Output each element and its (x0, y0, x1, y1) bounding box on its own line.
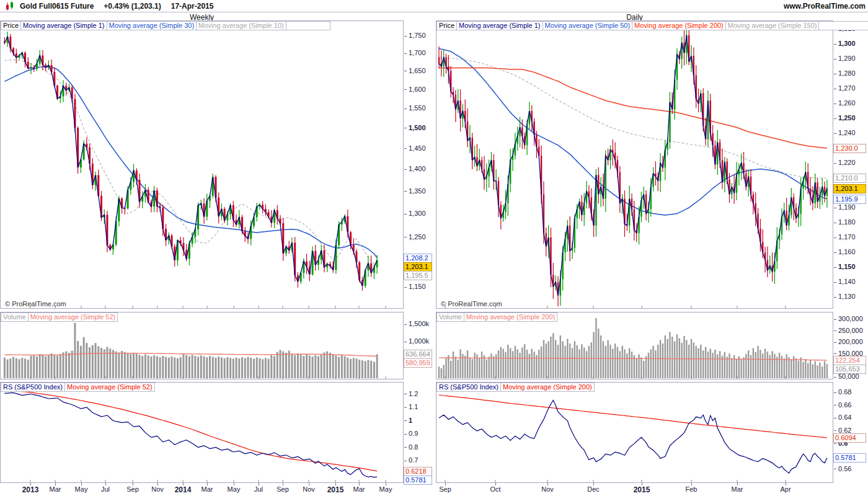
axis-tick-mark (404, 434, 407, 435)
axis-label: 1,170 (838, 233, 856, 241)
axis-tick-mark (834, 267, 836, 268)
legend-bar-rs: RS (S&P500 Index)Moving average (Simple … (436, 383, 594, 392)
axis-tick-mark (404, 324, 407, 325)
weekly-rs-chart[interactable] (0, 382, 404, 483)
instrument-change: +0.43% (1,203.1) (104, 2, 161, 11)
legend-item[interactable]: Price (1, 21, 21, 30)
axis-tick-mark (404, 169, 407, 170)
axis-label: 1,150 (409, 283, 426, 291)
axis-label: 1,140 (838, 278, 856, 286)
axis-label: 300,000 (838, 315, 863, 323)
axis-tick-mark (834, 208, 836, 208)
axis-tick-mark (834, 163, 836, 164)
daily-rs-chart[interactable] (436, 382, 833, 483)
x-axis-label: Jul (246, 485, 271, 493)
axis-label: 250,000 (838, 327, 863, 335)
axis-label: 1,160 (838, 248, 856, 256)
x-axis-label: May (221, 485, 246, 493)
axis-value-badge: 580,959 (404, 358, 432, 368)
axis-tick-mark (834, 237, 836, 238)
axis-tick-mark (404, 287, 407, 288)
x-axis-label: 2015 (629, 485, 654, 494)
legend-item[interactable]: Moving average (Simple 50) (542, 21, 633, 30)
axis-value-badge: 1,195.9 (833, 195, 866, 204)
x-axis-label: Sep (270, 485, 295, 493)
legend-item[interactable]: RS (S&P500 Index) (1, 383, 65, 392)
axis-tick-mark (404, 407, 407, 408)
axis-label: 1,500 (409, 124, 426, 132)
legend-item[interactable]: Moving average (Simple 200) (632, 21, 726, 30)
axis-tick-mark (404, 237, 407, 237)
legend-item[interactable]: RS (S&P500 Index) (436, 383, 501, 392)
legend-item[interactable]: Moving average (Simple 150) (725, 21, 820, 30)
quote-date: 17-Apr-2015 (171, 2, 214, 11)
axis-tick-mark (834, 418, 836, 418)
axis-label: 1,700 (409, 49, 426, 57)
axis-label: 1,300 (409, 210, 426, 218)
axis-tick-mark (834, 297, 836, 298)
weekly-volume-chart[interactable] (0, 312, 404, 379)
axis-value-badge: 122,254 (833, 356, 866, 365)
axis-label: 1,130 (838, 293, 856, 301)
legend-item[interactable]: Price (436, 21, 457, 30)
axis-label: 1,270 (838, 84, 856, 92)
axis-label: 1,750 (409, 32, 426, 40)
axis-tick-mark (404, 128, 407, 128)
axis-label: 0.68 (838, 388, 851, 396)
timeframe-title-weekly: Weekly (0, 13, 404, 20)
axis-tick-mark (834, 104, 836, 104)
x-axis-label: Mar (195, 485, 219, 493)
axis-value-badge: 105,653 (833, 365, 866, 374)
axis-label: 200,000 (838, 338, 863, 346)
axis-label: 0.7 (409, 456, 418, 464)
axis-label: 0.56 (838, 465, 851, 473)
x-axis-label: Dec (581, 485, 606, 493)
axis-label: 1,250 (409, 233, 426, 241)
legend-item[interactable]: Volume (1, 312, 29, 322)
axis-label: 0.66 (838, 401, 851, 409)
axis-value-badge: 1,208.2 (404, 254, 432, 263)
legend-item[interactable]: Volume (436, 312, 464, 322)
axis-tick-mark (834, 469, 836, 469)
x-axis-label: May (373, 485, 398, 493)
legend-item[interactable]: Moving average (Simple 52) (64, 383, 155, 392)
timeframe-title-daily: Daily (436, 13, 833, 20)
axis-label: 1.2 (409, 390, 418, 398)
axis-label: 1,350 (409, 187, 426, 195)
x-axis-label: Sep (120, 485, 145, 493)
axis-tick-mark (404, 89, 407, 90)
axis-value-badge: 1,210.0 (833, 174, 866, 183)
axis-tick-mark (404, 53, 407, 54)
axis-tick-mark (834, 319, 836, 320)
x-axis-label: 2013 (18, 485, 43, 494)
axis-value-badge: 636,664 (404, 350, 432, 359)
legend-bar-price: PriceMoving average (Simple 1)Moving ave… (436, 21, 868, 30)
legend-bar-rs: RS (S&P500 Index)Moving average (Simple … (1, 383, 154, 392)
axis-tick-mark (404, 447, 407, 448)
legend-item[interactable]: Moving average (Simple 200) (500, 383, 595, 392)
legend-spacer (286, 21, 330, 30)
legend-item[interactable]: Moving average (Simple 1) (20, 21, 107, 30)
weekly-price-chart[interactable] (0, 20, 404, 309)
axis-label: 1,220 (838, 159, 856, 167)
legend-item[interactable]: Moving average (Simple 52) (28, 312, 118, 322)
axis-label: 1,000k (409, 337, 429, 345)
legend-spacer (818, 21, 868, 30)
axis-value-badge: 1,203.1 (833, 184, 866, 193)
x-axis-label: May (69, 485, 94, 493)
legend-item[interactable]: Moving average (Simple 30) (107, 21, 197, 30)
axis-label: 1,300 (838, 40, 856, 48)
x-axis-label: 2015 (323, 485, 348, 494)
axis-label: 0.64 (838, 414, 851, 422)
x-axis-label: Nov (535, 485, 560, 493)
axis-tick-mark (834, 377, 836, 378)
website-link[interactable]: www.ProRealTime.com (784, 2, 866, 11)
legend-item[interactable]: Moving average (Simple 200) (464, 312, 558, 322)
legend-item[interactable]: Moving average (Simple 10) (196, 21, 286, 30)
x-axis-label: Mar (347, 485, 371, 493)
daily-price-chart[interactable] (436, 20, 833, 309)
axis-value-badge: 0.6218 (404, 467, 432, 476)
daily-volume-chart[interactable] (436, 312, 833, 379)
legend-item[interactable]: Moving average (Simple 1) (456, 21, 542, 30)
axis-tick-mark (404, 36, 407, 37)
